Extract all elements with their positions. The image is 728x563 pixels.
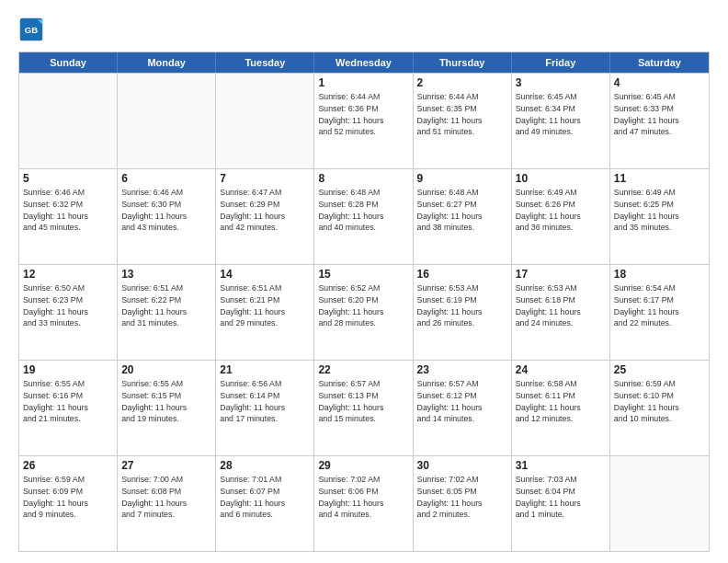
cell-info: Sunrise: 6:59 AM Sunset: 6:10 PM Dayligh… (614, 378, 705, 425)
calendar-cell: 20Sunrise: 6:55 AM Sunset: 6:15 PM Dayli… (118, 361, 216, 455)
weekday-header-thursday: Thursday (414, 52, 512, 73)
cell-info: Sunrise: 6:44 AM Sunset: 6:36 PM Dayligh… (318, 91, 408, 138)
calendar-cell: 29Sunrise: 7:02 AM Sunset: 6:06 PM Dayli… (314, 456, 413, 551)
calendar-cell: 1Sunrise: 6:44 AM Sunset: 6:36 PM Daylig… (314, 74, 413, 168)
cell-day-number: 15 (318, 268, 408, 281)
calendar-cell: 14Sunrise: 6:51 AM Sunset: 6:21 PM Dayli… (216, 265, 314, 360)
calendar-cell: 24Sunrise: 6:58 AM Sunset: 6:11 PM Dayli… (512, 361, 610, 455)
weekday-header-wednesday: Wednesday (314, 52, 413, 73)
calendar-cell: 12Sunrise: 6:50 AM Sunset: 6:23 PM Dayli… (19, 265, 118, 360)
calendar-row-2: 12Sunrise: 6:50 AM Sunset: 6:23 PM Dayli… (19, 264, 709, 360)
calendar-cell: 3Sunrise: 6:45 AM Sunset: 6:34 PM Daylig… (512, 74, 610, 168)
cell-info: Sunrise: 6:49 AM Sunset: 6:25 PM Dayligh… (614, 187, 705, 234)
cell-day-number: 18 (614, 268, 705, 281)
cell-info: Sunrise: 6:53 AM Sunset: 6:18 PM Dayligh… (516, 282, 606, 329)
weekday-header-tuesday: Tuesday (216, 52, 314, 73)
calendar-cell (610, 456, 709, 551)
calendar-cell: 15Sunrise: 6:52 AM Sunset: 6:20 PM Dayli… (314, 265, 413, 360)
cell-info: Sunrise: 6:55 AM Sunset: 6:15 PM Dayligh… (121, 378, 211, 425)
cell-day-number: 22 (318, 363, 408, 376)
cell-day-number: 9 (417, 172, 507, 185)
calendar-cell: 17Sunrise: 6:53 AM Sunset: 6:18 PM Dayli… (512, 265, 610, 360)
weekday-header-sunday: Sunday (19, 52, 118, 73)
cell-day-number: 13 (121, 268, 211, 281)
header: GB (18, 17, 710, 42)
cell-info: Sunrise: 6:48 AM Sunset: 6:28 PM Dayligh… (318, 187, 408, 234)
cell-info: Sunrise: 7:02 AM Sunset: 6:05 PM Dayligh… (417, 474, 507, 521)
cell-info: Sunrise: 7:03 AM Sunset: 6:04 PM Dayligh… (516, 474, 606, 521)
calendar-row-0: 1Sunrise: 6:44 AM Sunset: 6:36 PM Daylig… (19, 73, 709, 168)
cell-day-number: 20 (121, 363, 211, 376)
calendar: SundayMondayTuesdayWednesdayThursdayFrid… (18, 52, 710, 552)
calendar-cell: 19Sunrise: 6:55 AM Sunset: 6:16 PM Dayli… (19, 361, 118, 455)
cell-info: Sunrise: 6:54 AM Sunset: 6:17 PM Dayligh… (614, 282, 705, 329)
cell-info: Sunrise: 6:48 AM Sunset: 6:27 PM Dayligh… (417, 187, 507, 234)
calendar-cell (118, 74, 216, 168)
calendar-cell: 27Sunrise: 7:00 AM Sunset: 6:08 PM Dayli… (118, 456, 216, 551)
weekday-header-friday: Friday (512, 52, 610, 73)
weekday-header-monday: Monday (118, 52, 216, 73)
calendar-cell: 10Sunrise: 6:49 AM Sunset: 6:26 PM Dayli… (512, 169, 610, 264)
cell-info: Sunrise: 6:47 AM Sunset: 6:29 PM Dayligh… (220, 187, 310, 234)
cell-day-number: 6 (121, 172, 211, 185)
page: GB SundayMondayTuesdayWednesdayThursdayF… (0, 0, 728, 563)
cell-info: Sunrise: 6:56 AM Sunset: 6:14 PM Dayligh… (220, 378, 310, 425)
calendar-cell: 31Sunrise: 7:03 AM Sunset: 6:04 PM Dayli… (512, 456, 610, 551)
cell-day-number: 26 (23, 459, 113, 472)
cell-info: Sunrise: 6:45 AM Sunset: 6:33 PM Dayligh… (614, 91, 705, 138)
cell-info: Sunrise: 7:01 AM Sunset: 6:07 PM Dayligh… (220, 474, 310, 521)
cell-day-number: 30 (417, 459, 507, 472)
cell-info: Sunrise: 6:44 AM Sunset: 6:35 PM Dayligh… (417, 91, 507, 138)
calendar-cell (216, 74, 314, 168)
cell-day-number: 8 (318, 172, 408, 185)
cell-info: Sunrise: 6:57 AM Sunset: 6:13 PM Dayligh… (318, 378, 408, 425)
cell-day-number: 7 (220, 172, 310, 185)
svg-text:GB: GB (25, 25, 38, 35)
cell-day-number: 23 (417, 363, 507, 376)
calendar-cell: 21Sunrise: 6:56 AM Sunset: 6:14 PM Dayli… (216, 361, 314, 455)
calendar-row-4: 26Sunrise: 6:59 AM Sunset: 6:09 PM Dayli… (19, 455, 709, 551)
cell-info: Sunrise: 7:02 AM Sunset: 6:06 PM Dayligh… (318, 474, 408, 521)
calendar-cell: 5Sunrise: 6:46 AM Sunset: 6:32 PM Daylig… (19, 169, 118, 264)
cell-day-number: 31 (516, 459, 606, 472)
cell-day-number: 4 (614, 76, 705, 89)
calendar-cell: 2Sunrise: 6:44 AM Sunset: 6:35 PM Daylig… (414, 74, 512, 168)
cell-day-number: 16 (417, 268, 507, 281)
calendar-cell: 26Sunrise: 6:59 AM Sunset: 6:09 PM Dayli… (19, 456, 118, 551)
cell-day-number: 24 (516, 363, 606, 376)
calendar-cell: 4Sunrise: 6:45 AM Sunset: 6:33 PM Daylig… (610, 74, 709, 168)
calendar-cell: 23Sunrise: 6:57 AM Sunset: 6:12 PM Dayli… (414, 361, 512, 455)
cell-info: Sunrise: 6:55 AM Sunset: 6:16 PM Dayligh… (23, 378, 113, 425)
calendar-cell: 18Sunrise: 6:54 AM Sunset: 6:17 PM Dayli… (610, 265, 709, 360)
calendar-cell: 25Sunrise: 6:59 AM Sunset: 6:10 PM Dayli… (610, 361, 709, 455)
cell-day-number: 25 (614, 363, 705, 376)
cell-info: Sunrise: 6:58 AM Sunset: 6:11 PM Dayligh… (516, 378, 606, 425)
calendar-cell: 22Sunrise: 6:57 AM Sunset: 6:13 PM Dayli… (314, 361, 413, 455)
cell-day-number: 17 (516, 268, 606, 281)
calendar-cell: 30Sunrise: 7:02 AM Sunset: 6:05 PM Dayli… (414, 456, 512, 551)
logo-icon: GB (18, 17, 44, 42)
calendar-row-3: 19Sunrise: 6:55 AM Sunset: 6:16 PM Dayli… (19, 360, 709, 455)
calendar-cell: 11Sunrise: 6:49 AM Sunset: 6:25 PM Dayli… (610, 169, 709, 264)
cell-info: Sunrise: 7:00 AM Sunset: 6:08 PM Dayligh… (121, 474, 211, 521)
cell-day-number: 10 (516, 172, 606, 185)
cell-day-number: 29 (318, 459, 408, 472)
cell-info: Sunrise: 6:57 AM Sunset: 6:12 PM Dayligh… (417, 378, 507, 425)
calendar-cell: 16Sunrise: 6:53 AM Sunset: 6:19 PM Dayli… (414, 265, 512, 360)
logo: GB (18, 17, 48, 42)
cell-day-number: 28 (220, 459, 310, 472)
cell-day-number: 14 (220, 268, 310, 281)
calendar-cell: 13Sunrise: 6:51 AM Sunset: 6:22 PM Dayli… (118, 265, 216, 360)
calendar-row-1: 5Sunrise: 6:46 AM Sunset: 6:32 PM Daylig… (19, 168, 709, 264)
cell-day-number: 1 (318, 76, 408, 89)
cell-info: Sunrise: 6:52 AM Sunset: 6:20 PM Dayligh… (318, 282, 408, 329)
cell-info: Sunrise: 6:49 AM Sunset: 6:26 PM Dayligh… (516, 187, 606, 234)
cell-day-number: 11 (614, 172, 705, 185)
cell-day-number: 5 (23, 172, 113, 185)
calendar-cell: 7Sunrise: 6:47 AM Sunset: 6:29 PM Daylig… (216, 169, 314, 264)
calendar-header: SundayMondayTuesdayWednesdayThursdayFrid… (19, 52, 709, 73)
cell-day-number: 3 (516, 76, 606, 89)
cell-info: Sunrise: 6:51 AM Sunset: 6:22 PM Dayligh… (121, 282, 211, 329)
cell-day-number: 21 (220, 363, 310, 376)
cell-day-number: 27 (121, 459, 211, 472)
